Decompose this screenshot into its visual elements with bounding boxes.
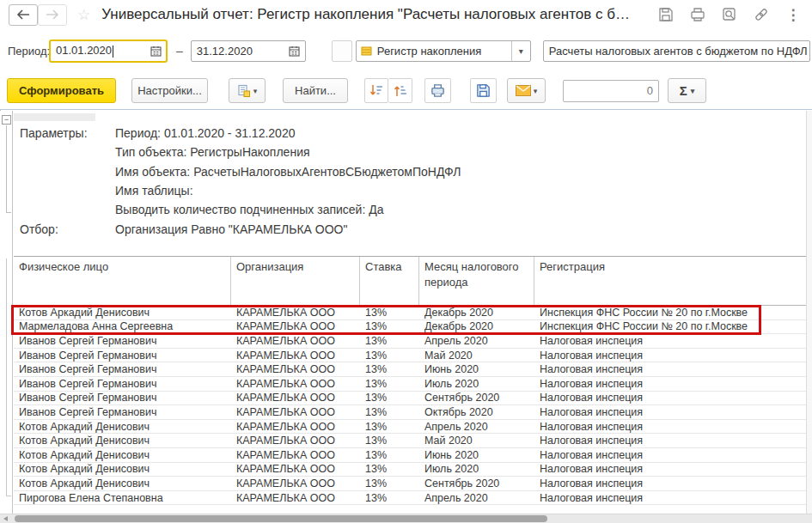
- favorite-star-icon[interactable]: ☆: [77, 8, 90, 22]
- object-name-value: Расчеты налоговых агентов с бюджетом по …: [549, 45, 808, 58]
- sum-button[interactable]: Σ ▾: [668, 78, 706, 103]
- cell-month: Октябрь 2020: [419, 406, 534, 418]
- parameter-value: Период: 01.01.2020 - 31.12.2020: [115, 126, 295, 140]
- cell-month: Сентябрь 2020: [419, 392, 534, 404]
- record-count-field[interactable]: [563, 80, 659, 102]
- page-title: Универсальный отчет: Регистр накопления …: [101, 6, 630, 23]
- period-from-field[interactable]: 01.01.2020: [49, 40, 168, 63]
- report-area: − Параметры: Период: 01.01.2020 - 31.12.…: [0, 111, 812, 523]
- cell-registration: Налоговая инспеция: [534, 363, 806, 375]
- cell-month: Сентябрь 2020: [419, 477, 534, 490]
- generate-button[interactable]: Сформировать: [7, 78, 116, 103]
- cell-registration: Инспекция ФНС России № 20 по г.Москве: [534, 320, 806, 332]
- cell-person: Мармеладова Анна Сергеевна: [14, 320, 231, 332]
- parameter-row: Выводить количество подчиненных записей:…: [14, 200, 805, 219]
- group-line: [6, 125, 7, 212]
- sort-ascending-button[interactable]: [388, 78, 412, 103]
- print-report-button[interactable]: [424, 78, 451, 103]
- cell-person: Котов Аркадий Денисович: [14, 421, 231, 433]
- table-row[interactable]: Иванов Сергей Германович КАРАМЕЛЬКА ООО …: [14, 362, 806, 377]
- sort-descending-button[interactable]: [364, 78, 388, 103]
- horizontal-scrollbar-thumb[interactable]: [15, 515, 547, 522]
- period-dash: –: [176, 44, 183, 58]
- group-collapse-icon[interactable]: −: [2, 115, 11, 125]
- cell-person: Иванов Сергей Германович: [14, 392, 231, 404]
- more-menu-icon[interactable]: ⋮: [783, 4, 803, 25]
- cell-registration: Налоговая инспеция: [534, 435, 806, 447]
- find-button[interactable]: Найти...: [283, 78, 348, 103]
- period-to-value: 31.12.2020: [197, 45, 253, 58]
- chevron-down-icon[interactable]: ▾: [511, 41, 530, 61]
- cell-month: Июнь 2020: [419, 449, 534, 461]
- column-header-person[interactable]: Физическое лицо: [14, 257, 231, 305]
- cell-month: Июль 2020: [419, 378, 534, 390]
- column-header-registration[interactable]: Регистрация: [534, 257, 806, 305]
- cell-month: Май 2020: [419, 435, 534, 447]
- vertical-scrollbar[interactable]: [806, 111, 812, 514]
- table-row[interactable]: Иванов Сергей Германович КАРАМЕЛЬКА ООО …: [14, 392, 806, 406]
- table-row[interactable]: Котов Аркадий Денисович КАРАМЕЛЬКА ООО 1…: [14, 434, 806, 448]
- period-to-field[interactable]: 31.12.2020: [191, 40, 306, 62]
- table-row[interactable]: Иванов Сергей Германович КАРАМЕЛЬКА ООО …: [14, 334, 806, 349]
- print-icon[interactable]: [687, 4, 708, 25]
- cell-organization: КАРАМЕЛЬКА ООО: [231, 350, 360, 362]
- settings-button[interactable]: Настройки...: [131, 78, 208, 103]
- object-name-field[interactable]: Расчеты налоговых агентов с бюджетом по …: [543, 40, 810, 62]
- cell-organization: КАРАМЕЛЬКА ООО: [231, 406, 360, 418]
- table-row[interactable]: Котов Аркадий Денисович КАРАМЕЛЬКА ООО 1…: [14, 477, 806, 491]
- table-row[interactable]: Котов Аркадий Денисович КАРАМЕЛЬКА ООО 1…: [14, 420, 806, 435]
- table-row[interactable]: Иванов Сергей Германович КАРАМЕЛЬКА ООО …: [14, 349, 806, 363]
- parameter-value: Организация Равно "КАРАМЕЛЬКА ООО": [115, 222, 347, 236]
- mail-icon: [516, 85, 531, 96]
- report-variants-button[interactable]: ▾: [229, 78, 266, 103]
- column-header-month[interactable]: Месяц налогового периода: [419, 257, 534, 305]
- table-row[interactable]: Котов Аркадий Денисович КАРАМЕЛЬКА ООО 1…: [14, 448, 806, 463]
- parameter-row: Имя таблицы:: [14, 181, 805, 200]
- cell-rate: 13%: [360, 406, 419, 418]
- table-row[interactable]: Иванов Сергей Германович КАРАМЕЛЬКА ООО …: [14, 405, 806, 420]
- table-row[interactable]: Иванов Сергей Германович КАРАМЕЛЬКА ООО …: [14, 377, 806, 392]
- sort-group: [364, 78, 412, 103]
- cell-person: Котов Аркадий Денисович: [14, 307, 231, 319]
- cell-month: Декабрь 2020: [419, 320, 534, 332]
- table-row[interactable]: Пирогова Елена Степановна КАРАМЕЛЬКА ООО…: [14, 491, 806, 506]
- parameter-row: Отбор: Организация Равно "КАРАМЕЛЬКА ООО…: [14, 219, 805, 238]
- report-table: Физическое лицо Организация Ставка Месяц…: [14, 256, 806, 505]
- nav-forward-button[interactable]: [38, 4, 67, 26]
- table-row[interactable]: Котов Аркадий Денисович КАРАМЕЛЬКА ООО 1…: [14, 463, 806, 477]
- cell-month: Апрель 2020: [419, 335, 534, 347]
- save-report-button[interactable]: [470, 78, 497, 103]
- object-type-combo[interactable]: Регистр накопления ▾: [356, 40, 531, 62]
- calendar-icon[interactable]: [145, 41, 166, 61]
- cell-organization: КАРАМЕЛЬКА ООО: [231, 463, 360, 475]
- filter-bar: Период: 01.01.2020 – 31.12.2020: [0, 29, 812, 72]
- horizontal-scrollbar[interactable]: [0, 514, 812, 523]
- cell-organization: КАРАМЕЛЬКА ООО: [231, 363, 360, 375]
- chevron-down-icon: ▾: [534, 87, 538, 95]
- toolbar: Сформировать Настройки... ▾ Найти...: [0, 72, 812, 110]
- save-icon[interactable]: [656, 4, 676, 25]
- nav-back-button[interactable]: [9, 4, 38, 26]
- table-row[interactable]: Мармеладова Анна Сергеевна КАРАМЕЛЬКА ОО…: [14, 320, 806, 335]
- group-line: [6, 258, 7, 496]
- cell-rate: 13%: [360, 378, 419, 390]
- cell-rate: 13%: [360, 307, 419, 319]
- column-header-organization[interactable]: Организация: [231, 257, 360, 305]
- preview-icon[interactable]: [719, 4, 740, 25]
- period-options-button[interactable]: [332, 40, 352, 62]
- calendar-icon[interactable]: [284, 41, 305, 61]
- parameter-row: Тип объекта: РегистрыНакопления: [14, 143, 805, 161]
- scroll-left-arrow[interactable]: [3, 516, 8, 521]
- cell-person: Иванов Сергей Германович: [14, 378, 231, 390]
- link-icon[interactable]: [751, 4, 772, 25]
- cell-person: Иванов Сергей Германович: [14, 335, 231, 347]
- object-type-value: Регистр накопления: [377, 45, 511, 58]
- mail-button[interactable]: ▾: [507, 78, 546, 103]
- report-parameters: Параметры: Период: 01.01.2020 - 31.12.20…: [14, 124, 805, 239]
- text-caret: [113, 46, 113, 58]
- arrow-left-icon: [16, 9, 30, 20]
- cell-month: Апрель 2020: [419, 421, 534, 433]
- cell-registration: Инспекция ФНС России № 20 по г.Москве: [534, 307, 806, 319]
- table-row[interactable]: Котов Аркадий Денисович КАРАМЕЛЬКА ООО 1…: [14, 306, 806, 320]
- column-header-rate[interactable]: Ставка: [360, 257, 419, 305]
